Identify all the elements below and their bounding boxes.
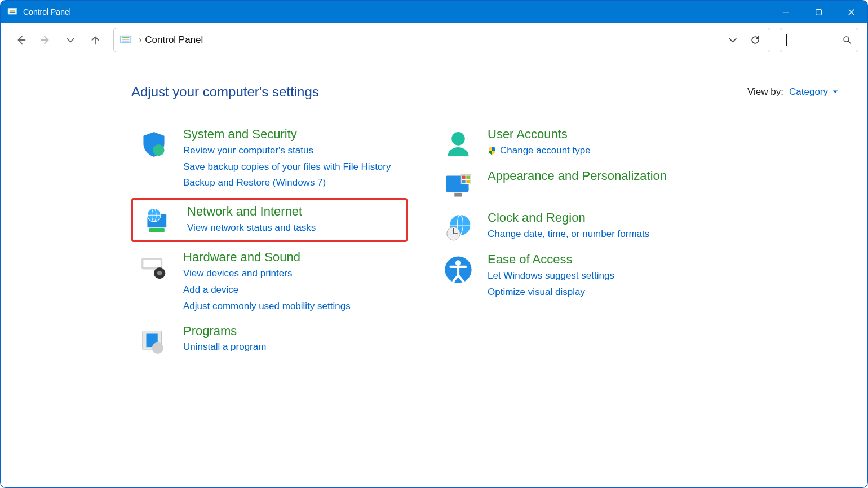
category-appearance-personalization: Appearance and Personalization bbox=[436, 166, 684, 203]
category-link[interactable]: Review your computer's status bbox=[183, 143, 391, 159]
svg-point-12 bbox=[844, 37, 849, 42]
svg-point-24 bbox=[451, 132, 465, 146]
category-link[interactable]: Change date, time, or number formats bbox=[488, 226, 649, 243]
category-title[interactable]: Network and Internet bbox=[187, 203, 316, 220]
category-link[interactable]: Let Windows suggest settings bbox=[488, 268, 614, 284]
right-column: User Accounts Change account type bbox=[436, 125, 684, 358]
search-icon bbox=[842, 35, 852, 45]
ease-of-access-icon bbox=[439, 251, 477, 285]
svg-rect-11 bbox=[122, 41, 130, 41]
category-link[interactable]: View network status and tasks bbox=[187, 220, 316, 236]
uac-shield-icon bbox=[488, 146, 497, 155]
svg-rect-6 bbox=[816, 9, 821, 15]
search-box[interactable] bbox=[780, 28, 858, 52]
programs-icon bbox=[135, 323, 173, 357]
svg-rect-18 bbox=[143, 260, 160, 268]
up-button[interactable] bbox=[84, 29, 107, 51]
svg-rect-26 bbox=[454, 193, 462, 197]
svg-point-13 bbox=[153, 144, 164, 156]
breadcrumb-separator-icon[interactable]: › bbox=[135, 35, 145, 45]
user-accounts-icon bbox=[439, 126, 477, 160]
category-link[interactable]: View devices and printers bbox=[183, 266, 351, 282]
category-link[interactable]: Add a device bbox=[183, 282, 351, 298]
system-security-icon bbox=[135, 126, 173, 160]
category-user-accounts: User Accounts Change account type bbox=[436, 125, 684, 161]
address-history-button[interactable] bbox=[721, 29, 744, 51]
titlebar: Control Panel bbox=[1, 1, 867, 23]
back-button[interactable] bbox=[10, 29, 32, 51]
svg-rect-16 bbox=[149, 228, 165, 232]
page-heading: Adjust your computer's settings bbox=[131, 84, 319, 100]
hardware-sound-icon bbox=[135, 249, 173, 283]
category-title[interactable]: System and Security bbox=[183, 126, 391, 143]
control-panel-path-icon bbox=[119, 34, 132, 46]
recent-locations-button[interactable] bbox=[59, 29, 82, 51]
nav-toolbar: › Control Panel bbox=[1, 23, 867, 57]
clock-region-icon bbox=[439, 209, 477, 243]
control-panel-app-icon bbox=[7, 7, 17, 17]
svg-rect-2 bbox=[10, 10, 16, 10]
category-columns: System and Security Review your computer… bbox=[131, 125, 852, 358]
category-link[interactable]: Adjust commonly used mobility settings bbox=[183, 298, 351, 315]
address-bar[interactable]: › Control Panel bbox=[113, 28, 770, 52]
refresh-button[interactable] bbox=[744, 29, 767, 51]
category-system-and-security: System and Security Review your computer… bbox=[131, 125, 408, 192]
svg-point-35 bbox=[455, 260, 461, 266]
minimize-button[interactable] bbox=[769, 1, 802, 23]
left-column: System and Security Review your computer… bbox=[131, 125, 408, 358]
svg-rect-28 bbox=[462, 175, 466, 179]
category-clock-and-region: Clock and Region Change date, time, or n… bbox=[436, 208, 684, 244]
close-button[interactable] bbox=[835, 1, 867, 23]
svg-rect-10 bbox=[122, 39, 130, 39]
category-ease-of-access: Ease of Access Let Windows suggest setti… bbox=[436, 250, 684, 301]
content-area: Adjust your computer's settings View by:… bbox=[1, 57, 867, 358]
category-title[interactable]: Ease of Access bbox=[488, 251, 614, 268]
svg-rect-31 bbox=[466, 180, 470, 183]
category-link[interactable]: Backup and Restore (Windows 7) bbox=[183, 175, 391, 191]
svg-rect-30 bbox=[462, 180, 466, 183]
category-hardware-and-sound: Hardware and Sound View devices and prin… bbox=[131, 248, 408, 315]
svg-rect-5 bbox=[783, 12, 789, 12]
window-title: Control Panel bbox=[23, 7, 71, 16]
network-internet-icon bbox=[139, 203, 177, 237]
svg-point-23 bbox=[152, 342, 163, 353]
category-title[interactable]: Programs bbox=[183, 323, 266, 340]
forward-button[interactable] bbox=[34, 29, 57, 51]
breadcrumb-item[interactable]: Control Panel bbox=[145, 34, 203, 46]
category-title[interactable]: Hardware and Sound bbox=[183, 249, 351, 266]
maximize-button[interactable] bbox=[802, 1, 835, 23]
category-link[interactable]: Save backup copies of your files with Fi… bbox=[183, 159, 391, 175]
appearance-icon bbox=[439, 168, 477, 201]
category-title[interactable]: Appearance and Personalization bbox=[488, 168, 667, 184]
category-link[interactable]: Optimize visual display bbox=[488, 284, 614, 301]
svg-rect-9 bbox=[122, 37, 130, 38]
category-title[interactable]: User Accounts bbox=[488, 126, 591, 143]
view-by-dropdown[interactable]: Category bbox=[789, 86, 838, 98]
view-by-label: View by: bbox=[747, 86, 783, 98]
svg-rect-4 bbox=[10, 12, 16, 13]
text-cursor bbox=[786, 34, 787, 46]
category-programs: Programs Uninstall a program bbox=[131, 322, 408, 358]
svg-point-20 bbox=[157, 271, 162, 275]
chevron-down-icon bbox=[832, 89, 838, 95]
category-network-and-internet: Network and Internet View network status… bbox=[131, 198, 408, 242]
category-link[interactable]: Change account type bbox=[488, 143, 591, 159]
category-title[interactable]: Clock and Region bbox=[488, 209, 649, 226]
svg-rect-3 bbox=[10, 11, 16, 12]
heading-row: Adjust your computer's settings View by:… bbox=[131, 84, 852, 100]
svg-rect-29 bbox=[466, 175, 470, 179]
view-by-value: Category bbox=[789, 86, 828, 98]
category-link[interactable]: Uninstall a program bbox=[183, 339, 266, 355]
window: Control Panel bbox=[0, 0, 868, 488]
